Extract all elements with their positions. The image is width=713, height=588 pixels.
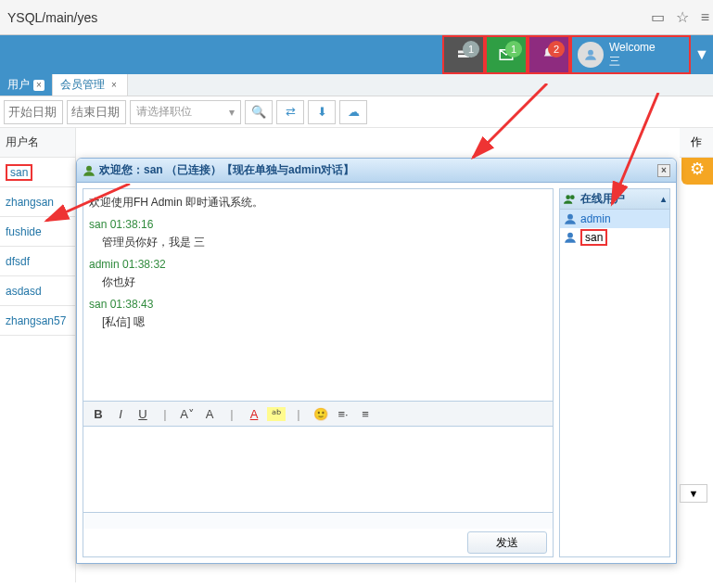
user-cell: zhangsan57 <box>6 314 66 327</box>
online-header[interactable]: 在线用户 ▴ <box>560 189 669 210</box>
search-button[interactable]: 🔍 <box>245 100 273 124</box>
chat-dialog: 欢迎您：san （已连接）【现在单独与admin对话】 × 欢迎使用FH Adm… <box>76 158 677 564</box>
svg-point-7 <box>567 233 573 238</box>
user-column: 用户名 san zhangsan fushide dfsdf asdasd zh… <box>0 128 76 582</box>
position-select[interactable]: 请选择职位 ▾ <box>130 100 241 124</box>
tab-label: 会员管理 <box>60 77 105 93</box>
start-date-input[interactable] <box>4 100 63 124</box>
svg-point-5 <box>570 195 575 199</box>
dialog-title-text: 欢迎您：san （已连接）【现在单独与admin对话】 <box>99 162 354 178</box>
nav-bell-button[interactable]: 2 <box>528 35 570 74</box>
nav-inbox-button[interactable]: 1 <box>442 35 485 74</box>
close-icon[interactable]: × <box>108 80 120 91</box>
collapse-icon[interactable]: ▴ <box>661 194 666 204</box>
top-nav: 1 1 2 Welcome 三 ▼ <box>0 35 713 74</box>
emoji-button[interactable]: 🙂 <box>312 407 330 421</box>
tab-members[interactable]: 会员管理 × <box>53 74 128 96</box>
user-cell: fushide <box>6 225 42 238</box>
msg-text: 你也好 <box>102 275 547 290</box>
user-cell: dfsdf <box>6 255 30 268</box>
op-header: 作 <box>680 128 713 158</box>
user-cell: san <box>6 164 32 181</box>
msg-meta: admin 01:38:32 <box>89 258 547 271</box>
user-col-header: 用户名 <box>0 128 75 158</box>
system-message: 欢迎使用FH Admin 即时通讯系统。 <box>89 195 547 211</box>
svg-point-4 <box>566 195 570 199</box>
url-text: YSQL/main/yes <box>0 10 647 25</box>
star-icon[interactable]: ☆ <box>676 9 689 25</box>
filter-bar: 请选择职位 ▾ 🔍 ⇄ ⬇ ☁ <box>0 96 713 128</box>
editor-toolbar: B I U | A˅ A | A ᵃᵇ | 🙂 ≡· ≡ <box>83 401 553 427</box>
ul-button[interactable]: ≡ <box>356 407 375 421</box>
online-users-pane: 在线用户 ▴ admin san <box>559 188 670 557</box>
user-cell: asdasd <box>6 285 42 298</box>
svg-point-6 <box>567 214 573 220</box>
avatar <box>578 42 604 68</box>
message-input[interactable] <box>83 427 553 512</box>
menu-icon[interactable]: ≡ <box>701 9 709 25</box>
address-bar: YSQL/main/yes ▭ ☆ ≡ <box>0 0 713 35</box>
tab-bar: 用户 × 会员管理 × <box>0 74 713 96</box>
nav-caret[interactable]: ▼ <box>691 35 713 74</box>
nav-welcome[interactable]: Welcome 三 <box>570 35 691 74</box>
pager-dropdown[interactable]: ▼ <box>680 484 707 503</box>
cloud-button[interactable]: ☁ <box>339 100 367 124</box>
chat-pane: 欢迎使用FH Admin 即时通讯系统。 san 01:38:16 管理员你好，… <box>83 188 554 557</box>
table-row[interactable]: fushide <box>0 217 75 247</box>
send-row: 发送 <box>83 529 553 556</box>
table-row[interactable]: dfsdf <box>0 247 75 276</box>
user-icon <box>564 231 577 244</box>
bold-button[interactable]: B <box>89 407 108 421</box>
user-icon <box>83 164 95 177</box>
svg-point-3 <box>86 165 92 171</box>
end-date-input[interactable] <box>67 100 126 124</box>
underline-button[interactable]: U <box>134 407 152 421</box>
addr-icons: ▭ ☆ ≡ <box>647 8 713 26</box>
bell-badge: 2 <box>548 41 565 58</box>
online-user-name: admin <box>580 212 611 225</box>
message-list: 欢迎使用FH Admin 即时通讯系统。 san 01:38:16 管理员你好，… <box>83 189 553 401</box>
close-icon[interactable]: × <box>33 80 45 91</box>
table-row[interactable]: zhangsan <box>0 187 75 217</box>
online-user[interactable]: san <box>560 228 669 247</box>
fontsize-button[interactable]: A <box>200 407 219 421</box>
dialog-body: 欢迎使用FH Admin 即时通讯系统。 san 01:38:16 管理员你好，… <box>77 183 676 563</box>
swap-button[interactable]: ⇄ <box>276 100 304 124</box>
nav-mail-button[interactable]: 1 <box>485 35 528 74</box>
ol-button[interactable]: ≡· <box>334 407 352 421</box>
send-button[interactable]: 发送 <box>467 531 547 554</box>
select-placeholder: 请选择职位 <box>136 104 192 120</box>
tab-label: 用户 <box>7 77 30 93</box>
msg-text: 管理员你好，我是 三 <box>102 235 547 250</box>
dialog-close-button[interactable]: × <box>657 164 670 177</box>
table-row[interactable]: asdasd <box>0 276 75 306</box>
editor-footer <box>83 512 553 529</box>
online-header-text: 在线用户 <box>580 191 625 207</box>
welcome-text: Welcome 三 <box>609 41 656 70</box>
online-user[interactable]: admin <box>560 210 669 228</box>
download-button[interactable]: ⬇ <box>308 100 336 124</box>
italic-button[interactable]: I <box>111 407 130 421</box>
msg-meta: san 01:38:16 <box>89 218 547 231</box>
users-icon <box>564 193 577 206</box>
translate-icon[interactable]: ▭ <box>651 9 665 25</box>
highlight-button[interactable]: ᵃᵇ <box>267 407 286 421</box>
mail-badge: 1 <box>505 41 522 58</box>
online-user-name: san <box>580 229 607 246</box>
table-row[interactable]: san <box>0 158 75 187</box>
user-icon <box>564 212 577 225</box>
user-cell: zhangsan <box>6 196 54 209</box>
msg-meta: san 01:38:43 <box>89 298 547 311</box>
chevron-down-icon: ▾ <box>229 106 235 119</box>
msg-text: [私信] 嗯 <box>102 314 547 330</box>
inbox-badge: 1 <box>463 41 479 58</box>
svg-point-2 <box>588 50 593 56</box>
dialog-title-bar[interactable]: 欢迎您：san （已连接）【现在单独与admin对话】 × <box>77 159 676 183</box>
font-button[interactable]: A˅ <box>178 407 197 421</box>
fontcolor-button[interactable]: A <box>245 407 263 421</box>
table-row[interactable]: zhangsan57 <box>0 306 75 336</box>
tab-users[interactable]: 用户 × <box>0 74 53 96</box>
